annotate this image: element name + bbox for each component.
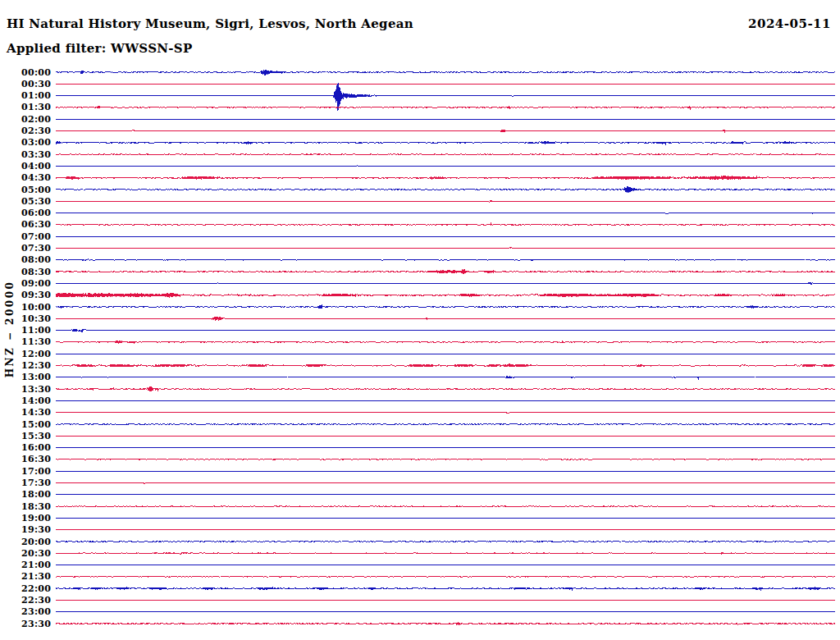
helicorder-plot xyxy=(0,0,840,640)
trace-0530 xyxy=(56,200,835,202)
time-label-0800: 08:00 xyxy=(21,255,51,264)
time-label-0130: 01:30 xyxy=(21,103,51,112)
trace-0830 xyxy=(56,269,835,274)
trace-1330 xyxy=(56,386,835,391)
trace-0600 xyxy=(56,213,835,214)
time-label-1400: 14:00 xyxy=(21,396,51,405)
trace-1900 xyxy=(56,518,835,519)
time-label-0000: 00:00 xyxy=(21,68,51,77)
trace-1730 xyxy=(56,482,835,483)
time-label-1530: 15:30 xyxy=(21,432,51,441)
trace-1930 xyxy=(56,529,835,530)
time-label-0300: 03:00 xyxy=(21,138,51,147)
trace-1100 xyxy=(56,329,835,332)
time-label-1500: 15:00 xyxy=(21,420,51,429)
trace-2130 xyxy=(56,577,835,578)
time-label-1930: 19:30 xyxy=(21,525,51,534)
time-label-0900: 09:00 xyxy=(21,279,51,288)
trace-0930 xyxy=(56,293,835,298)
trace-1300 xyxy=(56,376,835,378)
trace-0500 xyxy=(56,186,835,193)
helicorder-page: HI Natural History Museum, Sigri, Lesvos… xyxy=(0,0,840,640)
time-label-2130: 21:30 xyxy=(21,572,51,581)
time-label-1830: 18:30 xyxy=(21,502,51,511)
trace-1830 xyxy=(56,506,835,507)
time-label-1230: 12:30 xyxy=(21,361,51,370)
trace-0400 xyxy=(56,166,835,167)
trace-1000 xyxy=(56,305,835,309)
trace-1630 xyxy=(56,459,835,460)
time-label-0430: 04:30 xyxy=(21,173,51,182)
trace-1030 xyxy=(56,317,835,321)
trace-1200 xyxy=(56,354,835,354)
time-label-0200: 02:00 xyxy=(21,115,51,124)
time-label-0230: 02:30 xyxy=(21,126,51,135)
time-label-1600: 16:00 xyxy=(21,443,51,452)
time-label-1100: 11:00 xyxy=(21,326,51,335)
trace-0730 xyxy=(56,247,835,249)
time-label-1030: 10:30 xyxy=(21,314,51,323)
time-label-0100: 01:00 xyxy=(21,91,51,100)
trace-0800 xyxy=(56,259,835,261)
time-label-1700: 17:00 xyxy=(21,467,51,476)
trace-1530 xyxy=(56,436,835,437)
trace-0230 xyxy=(56,130,835,132)
trace-0000 xyxy=(56,70,835,75)
time-label-0730: 07:30 xyxy=(21,244,51,253)
time-label-0400: 04:00 xyxy=(21,162,51,171)
time-label-2200: 22:00 xyxy=(21,584,51,593)
time-label-1730: 17:30 xyxy=(21,478,51,487)
time-label-1630: 16:30 xyxy=(21,455,51,464)
trace-1230 xyxy=(56,363,835,367)
time-label-0500: 05:00 xyxy=(21,185,51,194)
time-label-2230: 22:30 xyxy=(21,596,51,605)
trace-0630 xyxy=(56,224,835,226)
time-label-0330: 03:30 xyxy=(21,150,51,159)
time-label-0600: 06:00 xyxy=(21,208,51,217)
time-label-2330: 23:30 xyxy=(21,619,51,629)
time-label-2300: 23:00 xyxy=(21,607,51,616)
trace-1130 xyxy=(56,341,835,344)
trace-0330 xyxy=(56,154,835,155)
time-label-2000: 20:00 xyxy=(21,537,51,546)
time-label-1300: 13:00 xyxy=(21,373,51,382)
time-label-1130: 11:30 xyxy=(21,337,51,346)
time-label-1000: 10:00 xyxy=(21,303,51,312)
time-label-2100: 21:00 xyxy=(21,560,51,569)
time-label-1200: 12:00 xyxy=(21,350,51,359)
trace-2330 xyxy=(56,622,835,624)
time-label-0630: 06:30 xyxy=(21,220,51,229)
trace-2200 xyxy=(56,587,835,590)
trace-2030 xyxy=(56,552,835,554)
trace-0100 xyxy=(56,83,835,110)
time-label-0830: 08:30 xyxy=(21,267,51,277)
time-label-1900: 19:00 xyxy=(21,514,51,523)
time-label-1800: 18:00 xyxy=(21,490,51,499)
time-label-2030: 20:30 xyxy=(21,549,51,558)
time-label-0530: 05:30 xyxy=(21,197,51,206)
time-label-0930: 09:30 xyxy=(21,290,51,299)
trace-0300 xyxy=(56,141,835,144)
trace-1430 xyxy=(56,412,835,413)
trace-2230 xyxy=(56,600,835,601)
time-label-1330: 13:30 xyxy=(21,385,51,394)
trace-0430 xyxy=(56,176,835,180)
time-label-0700: 07:00 xyxy=(21,232,51,241)
trace-1400 xyxy=(56,400,835,401)
trace-0130 xyxy=(56,106,835,108)
trace-0030 xyxy=(56,84,835,85)
trace-0900 xyxy=(56,282,835,284)
time-label-0030: 00:30 xyxy=(21,80,51,89)
time-label-1430: 14:30 xyxy=(21,408,51,417)
